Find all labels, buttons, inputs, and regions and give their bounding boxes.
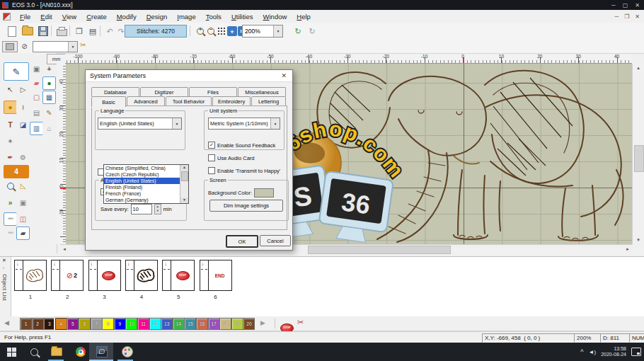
dropdown-scroll-up-icon[interactable]: ▲ <box>180 165 188 171</box>
outline-shapes-tool[interactable]: ◫ <box>16 212 30 226</box>
language-combobox[interactable]: English (United States) ▼ <box>98 118 182 130</box>
image-show-toggle[interactable]: ▤ <box>30 106 43 120</box>
taskbar-search-icon[interactable] <box>28 346 40 357</box>
gradient-fill-tool[interactable]: ◪ <box>16 118 30 132</box>
trim-scissors-icon[interactable]: ✂ <box>297 318 304 327</box>
dialog-close-icon[interactable]: ✕ <box>277 72 292 79</box>
tray-clock[interactable]: 13:58 2020-08-24 <box>601 346 626 357</box>
object-card-color-change[interactable]: ↓ ⊘2 2 <box>51 260 84 300</box>
node-edit-tool[interactable]: ▷ <box>16 83 30 96</box>
zoom-level-combobox[interactable]: 200% ▼ <box>242 25 283 38</box>
menu-modify[interactable]: Modify <box>112 11 142 22</box>
hscroll-thumb[interactable] <box>308 246 451 254</box>
object-card-stop[interactable]: ↓ STOP 3 <box>88 260 121 300</box>
palette-color-12[interactable]: 12 <box>149 318 161 330</box>
checkbox-icon[interactable] <box>208 154 215 161</box>
taskbar-eos-icon[interactable] <box>96 346 108 357</box>
palette-color-14[interactable]: 14 <box>173 318 185 330</box>
menu-utilities[interactable]: Utilities <box>226 11 258 22</box>
object-list-chevron-icon[interactable]: › <box>3 265 4 270</box>
menu-view[interactable]: View <box>57 11 81 22</box>
menu-window[interactable]: Window <box>258 11 292 22</box>
palette-color-1[interactable]: 1 <box>20 318 32 330</box>
transform-tool[interactable]: ▣ <box>30 62 43 76</box>
enable-sound-feedback-checkbox[interactable]: ✓Enable Sound Feedback <box>208 142 275 149</box>
tab-files[interactable]: Files <box>189 87 237 96</box>
image-edit-tool[interactable]: ✎ <box>42 106 56 120</box>
unit-system-combobox[interactable]: Metric System (1/10mm) ▼ <box>208 118 280 130</box>
start-button[interactable] <box>6 346 17 357</box>
dropdown-scroll-thumb[interactable] <box>181 171 188 181</box>
language-option[interactable]: German (Germany) <box>104 197 180 203</box>
menu-file[interactable]: File <box>15 11 35 22</box>
machine-tool[interactable]: ▣ <box>16 196 30 210</box>
lettering-tool[interactable]: T <box>4 118 17 132</box>
mdi-restore-icon[interactable]: ❐ <box>624 13 629 20</box>
taskbar-chrome-icon[interactable] <box>75 346 86 357</box>
tray-notification-icon[interactable] <box>631 348 641 356</box>
zoom-dropdown-icon[interactable]: ▼ <box>273 25 282 37</box>
stitch-sequence-tool[interactable]: » <box>4 196 17 210</box>
tab-digitizer[interactable]: Digitizer <box>140 87 188 96</box>
palette-next-icon[interactable]: ▶ <box>260 319 265 326</box>
palette-color-19[interactable]: 19 <box>231 318 243 330</box>
object-card-design[interactable]: ↓ 1 <box>14 260 47 300</box>
palette-color-10[interactable]: 10 <box>125 318 137 330</box>
thread-combobox[interactable]: ▼ <box>33 41 78 52</box>
palette-color-20[interactable]: 20 <box>243 318 255 330</box>
menu-image[interactable]: Image <box>172 11 200 22</box>
cancel-button[interactable]: Cancel <box>260 235 291 246</box>
menu-create[interactable]: Create <box>81 11 112 22</box>
save-every-spinner[interactable]: ▲▼ <box>154 204 161 214</box>
object-card-box[interactable]: ↓ STOP <box>88 260 121 291</box>
object-card-end[interactable]: ↓ END 6 <box>200 260 232 300</box>
stop-command-icon[interactable]: STOP <box>280 319 294 333</box>
language-option[interactable]: French (France) <box>104 190 180 197</box>
pin-tool[interactable]: ✒ <box>4 151 17 164</box>
measure-tool[interactable]: ◺ <box>16 179 30 193</box>
tab-embroidery[interactable]: Embroidery <box>212 96 251 105</box>
menu-tools[interactable]: Tools <box>201 11 226 22</box>
object-card-box[interactable]: ↓ END <box>200 260 232 291</box>
palette-color-13[interactable]: 13 <box>161 318 173 330</box>
digitize-pen-tool[interactable]: ✎ <box>4 62 29 81</box>
language-option[interactable]: English (United States) <box>104 178 180 184</box>
vscroll-thumb[interactable] <box>634 145 644 172</box>
tab-lettering[interactable]: Lettering <box>251 96 286 105</box>
tab-miscellaneous[interactable]: Miscellaneous <box>238 87 286 96</box>
menu-help[interactable]: Help <box>292 11 316 22</box>
language-option[interactable]: Czech (Czech Republic) <box>104 171 180 178</box>
freehand-tool[interactable]: ● <box>4 101 17 114</box>
tray-chevron-icon[interactable]: ^ <box>580 348 583 355</box>
vertical-scrollbar[interactable]: ▴ ▾ <box>632 64 644 244</box>
hoop-toggle[interactable]: ▢ <box>30 91 43 104</box>
fill-swatch-button[interactable] <box>2 41 18 52</box>
tab-advanced[interactable]: Advanced <box>127 96 165 105</box>
close-icon[interactable]: ✕ <box>635 2 640 8</box>
copy-icon[interactable]: ❐ <box>73 25 86 38</box>
refresh-icon[interactable]: ↻ <box>292 25 304 38</box>
mdi-close-icon[interactable]: ✕ <box>635 13 640 20</box>
thread-dropdown-icon[interactable]: ▼ <box>68 42 77 52</box>
stitch-points-toggle[interactable]: ● <box>42 76 56 90</box>
use-audio-card-checkbox[interactable]: Use Audio Card <box>208 154 255 161</box>
palette-color-8[interactable]: 8 <box>102 318 114 330</box>
palette-color-4[interactable]: 4 <box>55 318 67 330</box>
object-list-close-icon[interactable]: ✕ <box>2 258 6 263</box>
object-card-box[interactable]: ↓ <box>125 260 158 291</box>
eraser-tool[interactable]: ▰ <box>30 76 43 90</box>
stitch-count-display[interactable]: Stitches: 4270 <box>125 25 187 38</box>
palette-color-9[interactable]: 9 <box>114 318 126 330</box>
palette-color-15[interactable]: 15 <box>184 318 196 330</box>
object-card-box[interactable]: ↓ STOP <box>162 260 195 291</box>
language-dropdown-list[interactable]: Chinese (Simplified, China)Czech (Czech … <box>103 164 189 204</box>
machine-view-icon[interactable]: ⌂ <box>42 122 56 135</box>
lasso-tool[interactable]: ≀ <box>16 101 30 114</box>
grid-toggle[interactable]: ▦ <box>42 91 56 104</box>
scroll-right-icon[interactable]: ▸ <box>624 245 631 253</box>
redraw-icon[interactable]: ↻ <box>306 25 318 38</box>
zigzag-stitch-tool[interactable]: ^^^ <box>4 212 17 226</box>
palette-color-2[interactable]: 2 <box>32 318 44 330</box>
language-dropdown-icon[interactable]: ▼ <box>172 118 181 129</box>
checkbox-icon[interactable]: ✓ <box>208 142 215 149</box>
